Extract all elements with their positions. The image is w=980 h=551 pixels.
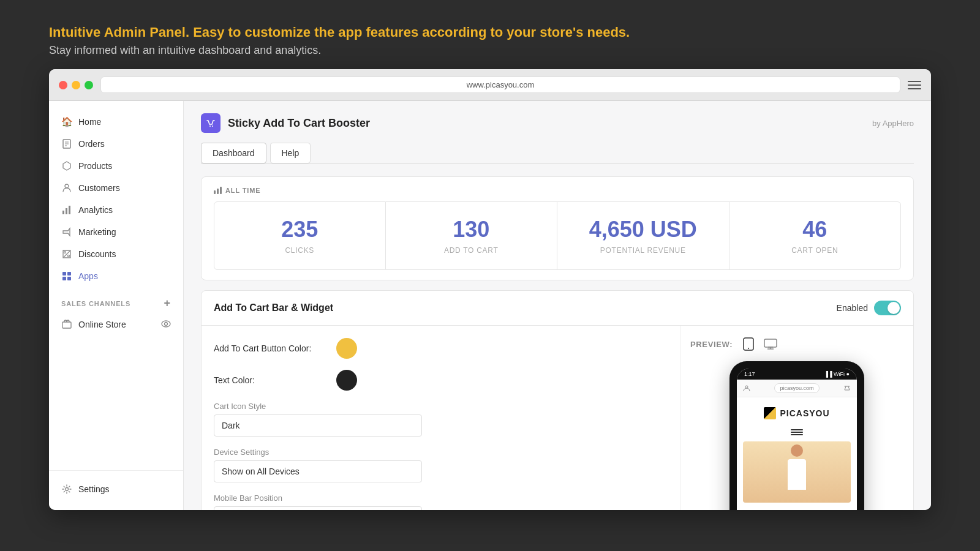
- stat-desc-add-to-cart: ADD TO CART: [398, 246, 545, 255]
- stat-desc-cart-open: CART OPEN: [742, 246, 889, 255]
- device-settings-select[interactable]: Show on All Devices Mobile Only Desktop …: [214, 460, 422, 482]
- sidebar-item-home[interactable]: 🏠 Home: [49, 111, 183, 133]
- stat-card-cart-open: 46 CART OPEN: [729, 201, 902, 270]
- sidebar-label-orders: Orders: [78, 139, 105, 149]
- svg-point-16: [162, 321, 170, 327]
- device-settings-label: Device Settings: [214, 448, 668, 457]
- cart-icon-style-select[interactable]: Dark Light Outline: [214, 414, 422, 437]
- browser-menu-icon[interactable]: [908, 81, 921, 89]
- close-button[interactable]: [59, 81, 67, 89]
- orders-icon: [61, 138, 72, 149]
- button-color-swatch[interactable]: [336, 338, 357, 359]
- browser-chrome: www.picasyou.com: [49, 69, 931, 101]
- mobile-preview-icon[interactable]: [740, 335, 757, 353]
- sidebar-item-discounts[interactable]: Discounts: [49, 243, 183, 265]
- discounts-icon: [61, 249, 72, 260]
- analytics-icon: [61, 204, 72, 216]
- text-color-swatch[interactable]: [336, 370, 357, 391]
- svg-point-23: [748, 348, 749, 349]
- preview-label: PREVIEW:: [690, 340, 733, 349]
- customers-icon: [61, 182, 72, 193]
- svg-point-20: [209, 126, 211, 127]
- app-title: Sticky Add To Cart Booster: [228, 117, 872, 130]
- svg-point-8: [64, 252, 66, 253]
- phone-screen: 1:17 ▐▐ WiFi ●: [737, 369, 857, 510]
- app-header: Sticky Add To Cart Booster by AppHero: [201, 113, 914, 133]
- browser-window: www.picasyou.com 🏠 Home: [49, 69, 931, 510]
- sidebar-item-orders[interactable]: Orders: [49, 133, 183, 155]
- stats-section: ALL TIME 235 CLICKS 130 ADD TO CART 4,65…: [201, 176, 914, 280]
- device-settings-group: Device Settings Show on All Devices Mobi…: [214, 448, 668, 482]
- minimize-button[interactable]: [72, 81, 80, 89]
- cart-icon-style-group: Cart Icon Style Dark Light Outline: [214, 402, 668, 437]
- stat-card-add-to-cart: 130 ADD TO CART: [386, 201, 558, 270]
- svg-point-18: [66, 488, 69, 491]
- sidebar-label-products: Products: [78, 161, 112, 171]
- svg-rect-19: [205, 117, 217, 129]
- svg-rect-14: [67, 277, 71, 280]
- sidebar-label-analytics: Analytics: [78, 205, 113, 215]
- widget-title: Add To Cart Bar & Widget: [214, 302, 837, 313]
- svg-line-10: [64, 251, 70, 257]
- sidebar-label-customers: Customers: [78, 183, 120, 193]
- svg-rect-6: [66, 208, 67, 214]
- mobile-bar-position-label: Mobile Bar Position: [214, 493, 668, 503]
- cart-icon-style-label: Cart Icon Style: [214, 402, 668, 411]
- address-bar[interactable]: www.picasyou.com: [100, 77, 900, 93]
- tabs-bar: Dashboard Help: [201, 143, 914, 164]
- desktop-preview-icon[interactable]: [762, 335, 779, 353]
- tab-help[interactable]: Help: [270, 143, 311, 163]
- sidebar-item-settings[interactable]: Settings: [49, 478, 183, 500]
- online-store-icon: [61, 319, 72, 330]
- svg-rect-5: [62, 211, 64, 214]
- app-icon: [201, 113, 221, 133]
- stat-card-clicks: 235 CLICKS: [214, 201, 386, 270]
- stat-value-revenue: 4,650 USD: [570, 217, 717, 242]
- marketing-icon: [61, 227, 72, 238]
- eye-icon[interactable]: [161, 320, 171, 329]
- add-sales-channel-button[interactable]: +: [164, 297, 171, 310]
- headline-rest: Easy to customize the app features accor…: [193, 24, 630, 40]
- phone-logo-text: PICASYOU: [780, 408, 829, 418]
- svg-point-17: [165, 323, 168, 326]
- button-color-label: Add To Cart Button Color:: [214, 343, 336, 353]
- phone-mockup: 1:17 ▐▐ WiFi ●: [729, 361, 864, 510]
- sidebar-label-discounts: Discounts: [78, 249, 116, 259]
- sidebar-item-marketing[interactable]: Marketing: [49, 221, 183, 243]
- enabled-toggle[interactable]: [874, 301, 901, 315]
- sidebar-nav: 🏠 Home Orders: [49, 111, 183, 470]
- sidebar-item-products[interactable]: Products: [49, 155, 183, 177]
- svg-rect-13: [62, 277, 66, 280]
- phone-hamburger-menu: [743, 429, 851, 435]
- text-color-label: Text Color:: [214, 375, 336, 385]
- maximize-button[interactable]: [85, 81, 93, 89]
- sidebar-label-apps: Apps: [78, 271, 98, 281]
- phone-status-bar: 1:17 ▐▐ WiFi ●: [737, 369, 857, 380]
- mobile-bar-position-select[interactable]: Bottom Top: [214, 506, 422, 510]
- headline-bold: Intuitive Admin Panel.: [49, 24, 189, 40]
- sidebar-item-analytics[interactable]: Analytics: [49, 199, 183, 221]
- stats-period-label: ALL TIME: [214, 187, 901, 194]
- tab-dashboard[interactable]: Dashboard: [201, 143, 266, 163]
- svg-rect-11: [62, 272, 66, 276]
- widget-body: Add To Cart Button Color: Text Color: Ca…: [202, 326, 913, 510]
- settings-label: Settings: [78, 484, 110, 494]
- settings-icon: [61, 484, 72, 495]
- sidebar: 🏠 Home Orders: [49, 101, 184, 510]
- preview-label-row: PREVIEW:: [690, 335, 779, 353]
- text-color-row: Text Color:: [214, 370, 668, 391]
- sidebar-item-apps[interactable]: Apps: [49, 265, 183, 287]
- svg-point-21: [212, 126, 213, 127]
- phone-logo-area: PICASYOU: [764, 403, 829, 423]
- phone-product-image: [743, 441, 851, 503]
- sidebar-label-marketing: Marketing: [78, 227, 116, 237]
- button-color-row: Add To Cart Button Color:: [214, 338, 668, 359]
- sidebar-item-online-store[interactable]: Online Store: [49, 313, 183, 335]
- phone-logo-box: [764, 407, 776, 419]
- sidebar-item-customers[interactable]: Customers: [49, 177, 183, 199]
- stat-desc-clicks: CLICKS: [227, 246, 373, 255]
- widget-section: Add To Cart Bar & Widget Enabled Add To …: [201, 290, 914, 510]
- stat-value-cart-open: 46: [742, 217, 889, 242]
- preview-panel: PREVIEW:: [680, 326, 913, 510]
- svg-point-4: [65, 184, 69, 188]
